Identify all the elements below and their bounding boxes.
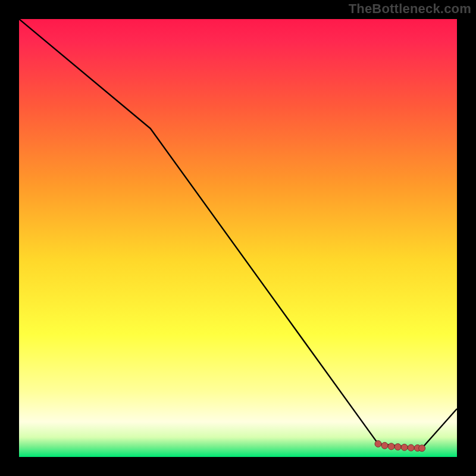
marker-dot <box>408 444 414 451</box>
plot-area <box>19 19 457 457</box>
chart-stage: TheBottleneck.com <box>0 0 476 476</box>
marker-dot <box>388 443 394 450</box>
marker-dot <box>419 445 425 452</box>
marker-dot <box>401 444 408 450</box>
watermark-text: TheBottleneck.com <box>349 1 471 17</box>
marker-dot <box>375 440 381 447</box>
marker-dot <box>381 442 388 449</box>
chart-svg <box>19 19 457 457</box>
marker-dot <box>394 444 401 450</box>
gradient-background <box>19 19 457 457</box>
